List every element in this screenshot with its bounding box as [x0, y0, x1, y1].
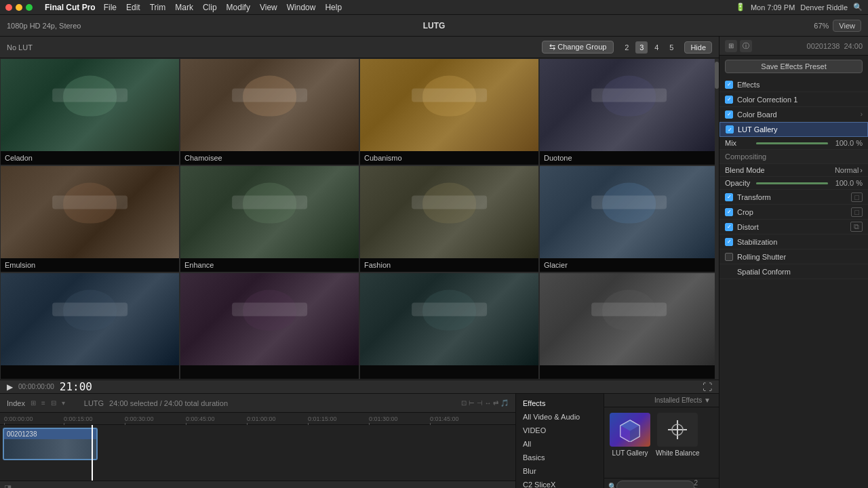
bottom-area: ▶ 00:00:00:00 21:00 ⛶ Index ⊞ ≡ ⊟ ▾ L [0, 380, 719, 488]
inspector-view-btn2[interactable]: ⓘ [740, 40, 752, 52]
menu-file[interactable]: File [104, 3, 117, 12]
blend-mode-value: Normal [835, 166, 859, 174]
effect-lut-gallery[interactable]: LUT Gallery [610, 413, 650, 457]
lut-scrollbar[interactable] [715, 58, 719, 380]
rolling-shutter-checkbox[interactable] [725, 253, 733, 261]
effects-category-blur[interactable]: Blur [516, 464, 604, 478]
view-button[interactable]: View [833, 20, 861, 32]
lut-item-r2[interactable] [180, 272, 359, 380]
transform-checkbox[interactable]: ✓ [725, 193, 733, 201]
window-controls[interactable] [5, 4, 33, 11]
page-2[interactable]: 2 [620, 41, 633, 54]
timeline-icon2[interactable]: ≡ [41, 399, 45, 407]
opacity-slider[interactable] [756, 182, 828, 184]
save-effects-preset-button[interactable]: Save Effects Preset [725, 60, 863, 73]
mix-slider[interactable] [756, 142, 828, 144]
distort-checkbox[interactable]: ✓ [725, 223, 733, 231]
zoom-level[interactable]: 67% [814, 22, 829, 30]
lut-item-glacier[interactable]: Glacier [539, 165, 719, 272]
inspector-crop-row[interactable]: ✓ Crop □ [719, 205, 868, 220]
lut-item-duotone[interactable]: Duotone [539, 58, 719, 165]
lut-item-celadon[interactable]: Celadon [0, 58, 180, 165]
lut-item-fashion[interactable]: Fashion [359, 165, 539, 272]
hide-button[interactable]: Hide [684, 41, 712, 54]
page-4[interactable]: 4 [650, 41, 663, 54]
distort-box-icon[interactable]: ⧉ [850, 222, 863, 232]
compositing-header: Compositing [719, 150, 868, 164]
menu-mark[interactable]: Mark [175, 3, 193, 12]
bottom-bar-icon[interactable]: ◨ [4, 483, 12, 489]
opacity-row: Opacity 100.0 % [719, 177, 868, 190]
lut-gallery-checkbox[interactable]: ✓ [726, 125, 734, 134]
inspector-view-btn1[interactable]: ⊞ [725, 40, 737, 52]
page-3[interactable]: 3 [635, 41, 648, 54]
inspector-transform-row[interactable]: ✓ Transform □ [719, 190, 868, 205]
minimize-btn[interactable] [16, 4, 22, 11]
timeline-icon3[interactable]: ⊟ [51, 399, 56, 407]
menu-window[interactable]: Window [287, 3, 316, 12]
color-board-checkbox[interactable]: ✓ [725, 110, 733, 119]
menu-view[interactable]: View [260, 3, 277, 12]
inspector-color-correction-row[interactable]: ✓ Color Correction 1 [719, 92, 868, 107]
lut-name-emulsion: Emulsion [1, 258, 179, 272]
ruler-marks: 0:00:00:00 0:00:15:00 0:00:30:00 0:00:45… [3, 413, 513, 424]
lut-item-r3[interactable] [359, 272, 539, 380]
toolbar-center: LUTG [423, 21, 446, 30]
inspector-distort-row[interactable]: ✓ Distort ⧉ [719, 220, 868, 235]
timecode-small: 00:00:00:00 [18, 383, 54, 390]
color-board-arrow[interactable]: › [861, 110, 863, 118]
timeline-icon4[interactable]: ▾ [62, 399, 65, 407]
effects-checkbox[interactable]: ✓ [725, 81, 733, 89]
inspector-lut-gallery-row[interactable]: ✓ LUT Gallery [719, 122, 868, 137]
mix-slider-fill [756, 142, 828, 144]
timeline-clip[interactable]: 00201238 [3, 428, 98, 460]
maximize-btn[interactable] [26, 4, 33, 11]
color-correction-checkbox[interactable]: ✓ [725, 96, 733, 104]
inspector-stabilization-row[interactable]: ✓ Stabilization [719, 235, 868, 249]
stabilization-label: Stabilization [737, 238, 863, 246]
lut-grid: Celadon Chamoisee Cubani [0, 58, 719, 380]
lut-item-chamoisee[interactable]: Chamoisee [180, 58, 359, 165]
inspector-spatial-conform-row[interactable]: Spatial Conform [719, 264, 868, 279]
effect-white-balance[interactable]: White Balance [656, 413, 699, 457]
timeline-icon1[interactable]: ⊞ [31, 399, 36, 407]
menu-clip[interactable]: Clip [203, 3, 217, 12]
inspector-transform-section: ✓ Transform □ ✓ Crop □ ✓ Distort ⧉ ✓ Sta… [719, 190, 868, 279]
effects-category-all[interactable]: All [516, 437, 604, 451]
timeline-left: Index ⊞ ≡ ⊟ ▾ LUTG 24:00 selected / 24:0… [0, 394, 515, 488]
lut-name-enhance: Enhance [180, 258, 359, 272]
fullscreen-button[interactable]: ⛶ [703, 382, 712, 392]
installed-effects-label[interactable]: Installed Effects ▼ [654, 396, 715, 404]
lut-item-enhance[interactable]: Enhance [180, 165, 359, 272]
blend-mode-row[interactable]: Blend Mode Normal › [719, 164, 868, 177]
blend-mode-value-btn[interactable]: Normal › [835, 166, 863, 174]
crop-checkbox[interactable]: ✓ [725, 208, 733, 216]
inspector-rolling-shutter-row[interactable]: Rolling Shutter [719, 249, 868, 264]
close-btn[interactable] [5, 4, 12, 11]
menu-modify[interactable]: Modify [226, 3, 250, 12]
inspector-effects-row[interactable]: ✓ Effects [719, 77, 868, 92]
inspector-color-board-row[interactable]: ✓ Color Board › [719, 107, 868, 122]
lut-item-r4[interactable] [539, 272, 719, 380]
effects-category-video[interactable]: VIDEO [516, 424, 604, 437]
effects-search-input[interactable] [616, 481, 694, 489]
change-group-button[interactable]: ⇆ Change Group [542, 41, 614, 54]
menu-trim[interactable]: Trim [150, 3, 166, 12]
lut-header: No LUT ⇆ Change Group 2 3 4 5 Hide [0, 37, 719, 58]
lut-item-r1[interactable] [0, 272, 180, 380]
play-icon[interactable]: ▶ [7, 382, 13, 392]
lut-item-cubanismo[interactable]: Cubanismo [359, 58, 539, 165]
crop-box-icon[interactable]: □ [851, 207, 863, 217]
index-label[interactable]: Index [7, 399, 25, 407]
lut-item-emulsion[interactable]: Emulsion [0, 165, 180, 272]
transform-box-icon[interactable]: □ [851, 192, 863, 202]
menu-edit[interactable]: Edit [126, 3, 140, 12]
page-5[interactable]: 5 [665, 41, 677, 54]
effects-category-effects[interactable]: Effects [516, 396, 604, 410]
lut-label: LUTG [423, 21, 446, 30]
effects-category-all-video[interactable]: All Video & Audio [516, 410, 604, 424]
stabilization-checkbox[interactable]: ✓ [725, 238, 733, 246]
effects-category-c2slicex[interactable]: C2 SliceX [516, 478, 604, 488]
effects-category-basics[interactable]: Basics [516, 451, 604, 464]
menu-help[interactable]: Help [325, 3, 342, 12]
